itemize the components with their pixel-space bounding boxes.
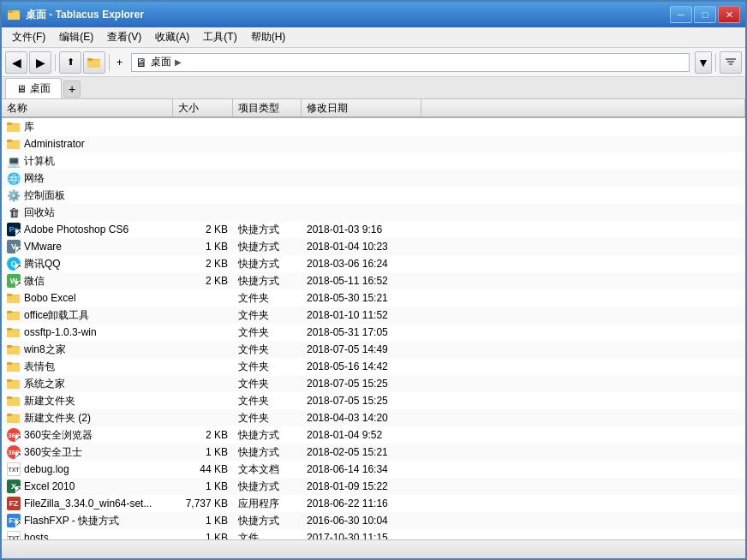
list-item[interactable]: FZ FileZilla_3.34.0_win64-set... 7,737 K… [2,495,745,512]
minimize-button[interactable]: ─ [670,6,692,23]
col-header-name[interactable]: 名称 [2,99,173,116]
menu-favorites[interactable]: 收藏(A) [148,28,196,46]
close-button[interactable]: ✕ [718,6,740,23]
file-name: FX ↗ FlashFXP - 快捷方式 [2,512,173,529]
file-list-scroll[interactable]: 库 Administrator 💻 计算机 [2,118,745,539]
file-name: X ↗ Excel 2010 [2,478,173,495]
tabs-bar: 🖥 桌面 + [2,77,745,99]
file-icon: Q ↗ [7,257,21,271]
file-date: 2018-01-10 11:52 [302,307,421,324]
titlebar: 桌面 - Tablacus Explorer ─ □ ✕ [2,2,745,27]
list-item[interactable]: 🗑 回收站 [2,204,745,221]
file-size [173,170,233,187]
menu-tools[interactable]: 工具(T) [196,28,243,46]
file-name: Q ↗ 腾讯QQ [2,255,173,272]
list-item[interactable]: Q ↗ 腾讯QQ 2 KB 快捷方式 2018-03-06 16:24 [2,255,745,272]
up-button[interactable]: ⬆ [59,51,81,74]
file-icon: TXT [7,531,21,539]
svg-rect-28 [7,364,20,372]
list-item[interactable]: Bobo Excel 文件夹 2018-05-30 15:21 [2,289,745,307]
file-icon: Ps ↗ [7,223,21,236]
file-size [173,135,233,152]
menu-edit[interactable]: 编辑(E) [52,28,100,46]
list-item[interactable]: ossftp-1.0.3-win 文件夹 2018-05-31 17:05 [2,324,745,341]
list-item[interactable]: 💻 计算机 [2,152,745,170]
col-header-type[interactable]: 项目类型 [233,99,302,116]
list-item[interactable]: 表情包 文件夹 2018-05-16 14:42 [2,358,745,375]
col-header-date[interactable]: 修改日期 [302,99,421,116]
list-item[interactable]: FX ↗ FlashFXP - 快捷方式 1 KB 快捷方式 2016-06-3… [2,512,745,529]
toolbar: ◀ ▶ ⬆ + 🖥 桌面 ▶ ▼ [2,48,745,77]
list-item[interactable]: 系统之家 文件夹 2018-07-05 15:25 [2,375,745,392]
file-size: 44 KB [173,461,233,478]
tab-desktop[interactable]: 🖥 桌面 [5,78,62,98]
maximize-button[interactable]: □ [694,6,716,23]
list-item[interactable]: office卸载工具 文件夹 2018-01-10 11:52 [2,307,745,324]
svg-rect-34 [7,398,20,406]
list-item[interactable]: 360 ↗ 360安全卫士 1 KB 快捷方式 2018-02-05 15:21 [2,444,745,461]
file-type: 文件夹 [233,289,302,307]
file-date: 2018-06-14 16:34 [302,461,421,478]
file-icon: W ↗ [7,274,21,288]
file-name: Bobo Excel [2,289,173,307]
file-type [233,118,302,135]
file-size [173,187,233,204]
menu-file[interactable]: 文件(F) [5,28,52,46]
list-item[interactable]: 新建文件夹 (2) 文件夹 2018-04-03 14:20 [2,409,745,426]
add-tab-button[interactable]: + [63,80,81,98]
file-date: 2018-04-03 14:20 [302,409,421,426]
svg-rect-32 [7,379,12,382]
file-icon: X ↗ [7,480,21,493]
folder-button[interactable] [83,51,105,74]
list-item[interactable]: ⚙️ 控制面板 [2,187,745,204]
file-name: 表情包 [2,358,173,375]
file-date: 2018-05-31 17:05 [302,324,421,341]
list-item[interactable]: X ↗ Excel 2010 1 KB 快捷方式 2018-01-09 15:2… [2,478,745,495]
file-size [173,152,233,170]
file-type: 文本文档 [233,461,302,478]
file-name: office卸载工具 [2,307,173,324]
svg-rect-14 [7,140,12,142]
file-icon: V ↗ [7,240,21,253]
file-name: TXT debug.log [2,461,173,478]
file-icon: FZ [7,497,21,510]
list-item[interactable]: V ↗ VMware 1 KB 快捷方式 2018-01-04 10:23 [2,238,745,255]
list-item[interactable]: TXT debug.log 44 KB 文本文档 2018-06-14 16:3… [2,461,745,478]
back-button[interactable]: ◀ [5,51,27,74]
list-item[interactable]: 360 ↗ 360安全浏览器 2 KB 快捷方式 2018-01-04 9:52 [2,426,745,444]
file-type: 快捷方式 [233,444,302,461]
forward-button[interactable]: ▶ [29,51,51,74]
file-size: 2 KB [173,426,233,444]
svg-rect-26 [7,345,12,348]
file-extra [421,392,745,409]
file-name: V ↗ VMware [2,238,173,255]
list-item[interactable]: 库 [2,118,745,135]
list-item[interactable]: 🌐 网络 [2,170,745,187]
list-item[interactable]: TXT hosts 1 KB 文件 2017-10-30 11:15 [2,529,745,539]
list-item[interactable]: W ↗ 微信 2 KB 快捷方式 2018-05-11 16:52 [2,272,745,289]
address-arrow-icon: ▶ [175,57,182,67]
file-date: 2018-05-30 15:21 [302,289,421,307]
menu-help[interactable]: 帮助(H) [244,28,293,46]
address-plus: + [113,57,126,69]
col-header-size[interactable]: 大小 [173,99,233,116]
file-date: 2018-07-05 14:49 [302,341,421,358]
menu-view[interactable]: 查看(V) [100,28,148,46]
filter-button[interactable] [720,51,742,74]
file-type: 文件夹 [233,358,302,375]
file-name: 360 ↗ 360安全浏览器 [2,426,173,444]
list-item[interactable]: Ps ↗ Adobe Photoshop CS6 2 KB 快捷方式 2018-… [2,221,745,238]
file-extra [421,135,745,152]
file-type: 文件 [233,529,302,539]
file-name: 💻 计算机 [2,152,173,170]
list-item[interactable]: Administrator [2,135,745,152]
file-date: 2018-07-05 15:25 [302,392,421,409]
file-size [173,307,233,324]
list-item[interactable]: 新建文件夹 文件夹 2018-07-05 15:25 [2,392,745,409]
file-type [233,204,302,221]
dropdown-button[interactable]: ▼ [695,51,712,74]
menubar: 文件(F) 编辑(E) 查看(V) 收藏(A) 工具(T) 帮助(H) [2,27,745,48]
address-bar[interactable]: 🖥 桌面 ▶ [131,53,690,72]
list-item[interactable]: win8之家 文件夹 2018-07-05 14:49 [2,341,745,358]
address-text: 桌面 [151,55,171,69]
